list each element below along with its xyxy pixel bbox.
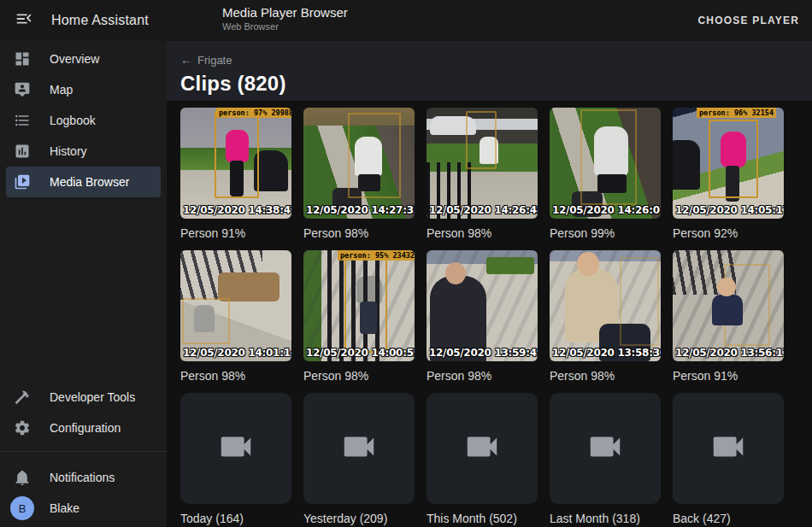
hammer-icon: [14, 389, 31, 406]
sidebar-item-developer-tools[interactable]: Developer Tools: [0, 382, 167, 413]
detection-tag: person: 97% 29988: [216, 108, 291, 118]
media-browser-content: ← Frigate Clips (820) person: 97% 29988 …: [167, 41, 812, 527]
video-camera-icon: [709, 427, 748, 470]
sidebar-toggle-button[interactable]: [7, 3, 41, 38]
play-box-multiple-icon: [14, 173, 31, 190]
detection-bounding-box: [709, 120, 758, 198]
folder-label: Today (164): [180, 512, 291, 525]
clip-card[interactable]: 12/05/2020 14:26:07 Person 99%: [550, 108, 661, 240]
sidebar-item-label: Notifications: [50, 471, 115, 484]
scene-shape: [486, 257, 534, 274]
clip-thumbnail[interactable]: person: 95% 23432 12/05/2020 14:00:52: [303, 250, 415, 361]
clip-timestamp-overlay: 12/05/2020 13:58:30: [552, 347, 661, 359]
clip-timestamp-overlay: 12/05/2020 13:56:17: [675, 347, 784, 359]
clip-thumbnail[interactable]: 12/05/2020 13:59:49: [427, 250, 538, 361]
folder-label: This Month (502): [427, 512, 538, 525]
folder-thumbnail[interactable]: [673, 393, 784, 504]
sidebar-item-profile[interactable]: B Blake: [0, 493, 167, 524]
clip-thumbnail[interactable]: person: 97% 29988 12/05/2020 14:38:47: [180, 108, 291, 219]
folder-thumbnail[interactable]: [550, 393, 661, 504]
sidebar-item-media-browser[interactable]: Media Browser: [6, 167, 161, 197]
clip-thumbnail[interactable]: 12/05/2020 14:01:14: [180, 250, 291, 361]
sidebar-item-map[interactable]: Map: [0, 74, 167, 105]
sidebar-item-configuration[interactable]: Configuration: [0, 413, 167, 443]
folder-card-today[interactable]: Today (164): [180, 393, 291, 525]
scene-shape: [673, 140, 700, 190]
scene-shape: [445, 262, 466, 284]
detection-tag: person: 95% 23432: [338, 250, 415, 261]
sidebar-item-overview[interactable]: Overview: [0, 44, 167, 74]
detection-bounding-box: [580, 109, 637, 205]
folder-thumbnail[interactable]: [303, 393, 415, 504]
clip-card[interactable]: 12/05/2020 13:56:17 Person 91%: [673, 250, 784, 383]
folder-thumbnail[interactable]: [427, 393, 538, 504]
clip-thumbnail[interactable]: 12/05/2020 14:26:07: [550, 108, 661, 219]
video-camera-icon: [585, 427, 625, 470]
list-bulleted-icon: [14, 112, 31, 129]
choose-player-button[interactable]: CHOOSE PLAYER: [697, 0, 799, 41]
back-to-frigate-link[interactable]: ← Frigate: [180, 53, 232, 67]
sidebar-spacer: [0, 197, 167, 379]
top-app-bar: Home Assistant Media Player Browser Web …: [0, 0, 812, 41]
clip-timestamp-overlay: 12/05/2020 14:05:17: [675, 204, 784, 216]
clip-label: Person 98%: [427, 369, 538, 383]
folder-label: Yesterday (209): [303, 512, 415, 525]
folder-card-back[interactable]: Back (427): [673, 393, 784, 525]
clip-card[interactable]: 12/05/2020 14:01:14 Person 98%: [180, 250, 291, 383]
sidebar-item-label: Developer Tools: [50, 390, 135, 404]
sidebar-item-label: History: [50, 144, 87, 158]
clip-card[interactable]: 12/05/2020 14:27:35 Person 98%: [303, 108, 415, 240]
clip-thumbnail[interactable]: person: 96% 32154 12/05/2020 14:05:17: [673, 108, 784, 219]
scene-shape: [577, 252, 599, 276]
clip-label: Person 98%: [550, 369, 661, 383]
gear-icon: [14, 419, 31, 436]
tooltip-account-icon: [14, 81, 31, 98]
back-link-label: Frigate: [197, 54, 232, 67]
sidebar-item-label: Configuration: [50, 421, 121, 435]
sidebar-item-label: Media Browser: [50, 175, 129, 189]
clip-card[interactable]: 12/05/2020 13:58:30 Person 98%: [550, 250, 661, 383]
sidebar-item-history[interactable]: History: [0, 136, 167, 167]
sidebar-tools-group: Developer Tools Configuration: [0, 379, 167, 443]
media-player-subtitle: Web Browser: [222, 21, 348, 32]
clip-card[interactable]: person: 95% 23432 12/05/2020 14:00:52 Pe…: [303, 250, 415, 383]
profile-name: Blake: [50, 501, 79, 515]
detection-bounding-box: [344, 257, 387, 353]
clip-label: Person 98%: [427, 226, 538, 240]
clip-thumbnail[interactable]: 12/05/2020 13:58:30: [550, 250, 661, 361]
sidebar: Overview Map Logbook History Media Brows…: [0, 41, 167, 527]
clip-thumbnail[interactable]: 12/05/2020 13:56:17: [673, 250, 784, 361]
folder-card-yesterday[interactable]: Yesterday (209): [303, 393, 415, 525]
clip-card[interactable]: 12/05/2020 13:59:49 Person 98%: [427, 250, 538, 383]
clip-label: Person 91%: [673, 369, 784, 383]
clips-grid: person: 97% 29988 12/05/2020 14:38:47 Pe…: [167, 101, 812, 525]
bell-icon: [14, 469, 31, 486]
folder-thumbnail[interactable]: [180, 393, 291, 504]
detection-bounding-box: [348, 113, 401, 198]
video-camera-icon: [339, 427, 379, 470]
sidebar-item-notifications[interactable]: Notifications: [0, 462, 167, 493]
detection-bounding-box: [466, 111, 497, 169]
clip-card[interactable]: person: 97% 29988 12/05/2020 14:38:47 Pe…: [180, 108, 291, 240]
clip-card[interactable]: 12/05/2020 14:26:48 Person 98%: [427, 108, 538, 240]
folder-card-last-month[interactable]: Last Month (318): [550, 393, 661, 525]
folder-card-this-month[interactable]: This Month (502): [427, 393, 538, 525]
scene-shape: [254, 150, 288, 191]
clip-thumbnail[interactable]: 12/05/2020 14:27:35: [303, 108, 415, 219]
clip-timestamp-overlay: 12/05/2020 13:59:49: [429, 347, 538, 359]
detection-bounding-box: [215, 111, 259, 198]
folder-label: Last Month (318): [550, 512, 661, 525]
clip-label: Person 99%: [550, 226, 661, 240]
app-title: Home Assistant: [51, 13, 149, 28]
clip-label: Person 98%: [180, 369, 291, 383]
sidebar-divider: [0, 451, 167, 452]
media-player-title: Media Player Browser: [222, 5, 348, 20]
clip-thumbnail[interactable]: 12/05/2020 14:26:48: [427, 108, 538, 219]
clip-timestamp-overlay: 12/05/2020 14:26:48: [429, 204, 538, 216]
clip-label: Person 98%: [303, 369, 415, 383]
clip-card[interactable]: person: 96% 32154 12/05/2020 14:05:17 Pe…: [673, 108, 784, 240]
clip-label: Person 98%: [303, 226, 415, 240]
sidebar-item-logbook[interactable]: Logbook: [0, 105, 167, 136]
detection-tag: person: 96% 32154: [697, 108, 776, 118]
scene-shape: [218, 272, 279, 302]
